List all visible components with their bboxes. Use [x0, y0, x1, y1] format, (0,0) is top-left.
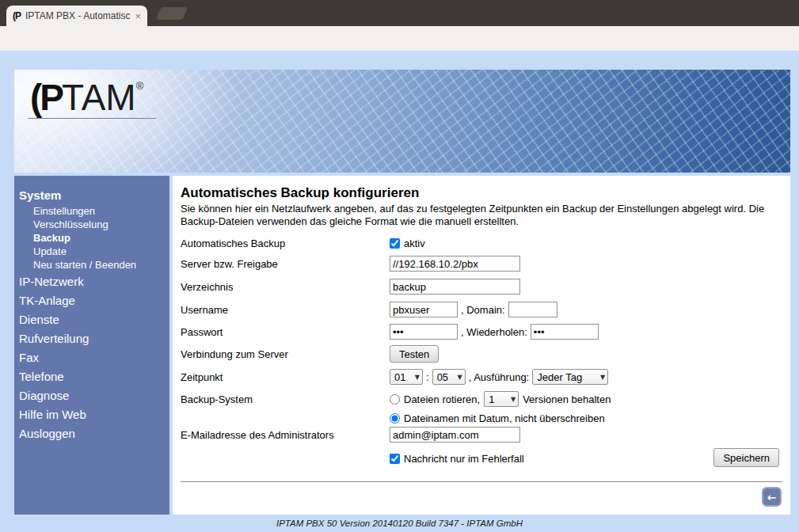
admin-email-input[interactable]	[390, 427, 520, 443]
execution-value: Jeder Tag	[537, 371, 582, 383]
directory-label: Verzeichnis	[181, 281, 390, 293]
schedule-colon: :	[426, 371, 429, 383]
password-input[interactable]	[390, 324, 458, 340]
sidebar-item-verschluesselung[interactable]: Verschlüsselung	[14, 218, 169, 231]
sidebar-nav: System Einstellungen Verschlüsselung Bac…	[14, 176, 169, 515]
hour-value: 01	[394, 371, 405, 383]
execution-select[interactable]: Jeder Tag ▼	[532, 369, 608, 385]
logo-tam-text: TAM	[62, 77, 136, 118]
sidebar-item-update[interactable]: Update	[14, 245, 169, 258]
username-input[interactable]	[390, 302, 458, 317]
row-server: Server bzw. Freigabe	[181, 255, 520, 272]
browser-tab[interactable]: (P IPTAM PBX - Automatisch ×	[6, 6, 147, 26]
autobackup-active-checkbox[interactable]	[390, 238, 400, 249]
page-title: Automatisches Backup konfigurieren	[181, 185, 419, 201]
back-nav-button[interactable]: ←	[762, 487, 782, 507]
sidebar-item-diagnose[interactable]: Diagnose	[14, 386, 169, 405]
chevron-down-icon: ▼	[600, 374, 605, 381]
autobackup-checkbox-label: aktiv	[404, 238, 425, 249]
row-error-notify: Nachricht nur im Fehlerfall	[181, 450, 524, 467]
password-repeat-label: , Wiederholen:	[461, 326, 527, 338]
username-label: Username	[181, 304, 390, 316]
iptam-logo: (PTAM®	[30, 76, 143, 119]
date-filename-radio[interactable]	[390, 413, 400, 424]
sidebar-item-hilfe[interactable]: Hilfe im Web	[14, 405, 169, 424]
minute-value: 05	[437, 371, 448, 383]
execution-label: , Ausführung:	[469, 371, 530, 383]
sidebar-item-dienste[interactable]: Dienste	[14, 310, 169, 329]
save-button[interactable]: Speichern	[713, 448, 779, 467]
server-share-input[interactable]	[390, 256, 520, 272]
hour-select[interactable]: 01 ▼	[390, 369, 423, 385]
rotate-files-radio[interactable]	[390, 394, 400, 405]
sidebar-item-neustarten[interactable]: Neu starten / Beenden	[14, 258, 169, 272]
tab-title: IPTAM PBX - Automatisch	[25, 10, 130, 21]
chevron-down-icon: ▼	[457, 374, 462, 381]
footer-version-text: IPTAM PBX 50 Version 20140120 Build 7347…	[276, 519, 523, 528]
chevron-down-icon: ▼	[511, 396, 516, 403]
row-backup-system-rotate: Backup-System Dateien rotieren, 1 ▼ Vers…	[181, 390, 611, 408]
backup-system-label: Backup-System	[181, 393, 390, 405]
connection-label: Verbindung zum Server	[181, 348, 390, 360]
logo-underline	[28, 118, 156, 119]
sidebar-item-system[interactable]: System	[14, 185, 169, 204]
divider	[181, 481, 782, 482]
date-filename-label: Dateinamen mit Datum, nicht überschreibe…	[404, 412, 605, 424]
domain-label: , Domain:	[461, 304, 505, 316]
sidebar-item-telefone[interactable]: Telefone	[14, 367, 169, 386]
autobackup-label: Automatisches Backup	[181, 238, 390, 249]
minute-select[interactable]: 05 ▼	[432, 369, 466, 385]
sidebar-item-einstellungen[interactable]: Einstellungen	[14, 204, 169, 218]
sidebar-item-tk-anlage[interactable]: TK-Anlage	[14, 291, 169, 310]
logo-ip-text: (P	[30, 77, 62, 118]
versions-value: 1	[489, 393, 494, 405]
sidebar-item-ip-netzwerk[interactable]: IP-Netzwerk	[14, 272, 169, 291]
sidebar-item-ausloggen[interactable]: Ausloggen	[14, 424, 169, 443]
tab-close-icon[interactable]: ×	[135, 10, 141, 22]
row-backup-system-datename: Dateinamen mit Datum, nicht überschreibe…	[181, 409, 605, 427]
password-label: Passwort	[181, 326, 390, 338]
versions-keep-label: Versionen behalten	[523, 393, 611, 405]
sidebar-item-fax[interactable]: Fax	[14, 348, 169, 367]
error-only-checkbox[interactable]	[390, 454, 400, 464]
chevron-down-icon: ▼	[415, 374, 420, 381]
iptam-favicon-icon: (P	[13, 10, 21, 21]
page-content: (PTAM® System Einstellungen Verschlüssel…	[0, 51, 799, 532]
browser-window: (P IPTAM PBX - Automatisch × ← → ↻ 192.1…	[0, 0, 799, 532]
row-schedule: Zeitpunkt 01 ▼ : 05 ▼ , Ausführung: Jede…	[181, 368, 608, 386]
sidebar-item-rufverteilung[interactable]: Rufverteilung	[14, 329, 169, 348]
error-only-label: Nachricht nur im Fehlerfall	[404, 453, 524, 465]
row-connection-test: Verbindung zum Server Testen	[181, 345, 439, 363]
row-directory: Verzeichnis	[181, 278, 520, 295]
main-panel: Automatisches Backup konfigurieren Sie k…	[173, 176, 790, 515]
new-tab-button[interactable]	[156, 7, 188, 20]
password-repeat-input[interactable]	[531, 324, 599, 340]
admin-email-label: E-Mailadresse des Administrators	[181, 429, 390, 441]
schedule-label: Zeitpunkt	[181, 371, 390, 383]
page-description: Sie können hier ein Netzlaufwerk angeben…	[181, 203, 780, 227]
server-label: Server bzw. Freigabe	[181, 258, 390, 270]
row-admin-email: E-Mailadresse des Administrators	[181, 426, 520, 443]
test-connection-button[interactable]: Testen	[390, 345, 439, 363]
rotate-files-label: Dateien rotieren,	[404, 393, 480, 405]
row-password: Passwort , Wiederholen:	[181, 323, 599, 340]
sidebar-item-backup[interactable]: Backup	[14, 231, 169, 245]
footer-bar: IPTAM PBX 50 Version 20140120 Build 7347…	[0, 515, 799, 532]
versions-select[interactable]: 1 ▼	[484, 391, 519, 407]
header-banner: (PTAM®	[14, 70, 790, 173]
registered-mark: ®	[136, 80, 144, 92]
row-username: Username , Domain:	[181, 301, 557, 318]
domain-input[interactable]	[508, 302, 557, 317]
row-autobackup: Automatisches Backup aktiv	[181, 234, 425, 252]
browser-tab-bar: (P IPTAM PBX - Automatisch ×	[0, 0, 799, 26]
directory-input[interactable]	[390, 279, 520, 294]
browser-toolbar: ← → ↻ 192.168.10.70/autobackup ☆	[0, 26, 799, 51]
